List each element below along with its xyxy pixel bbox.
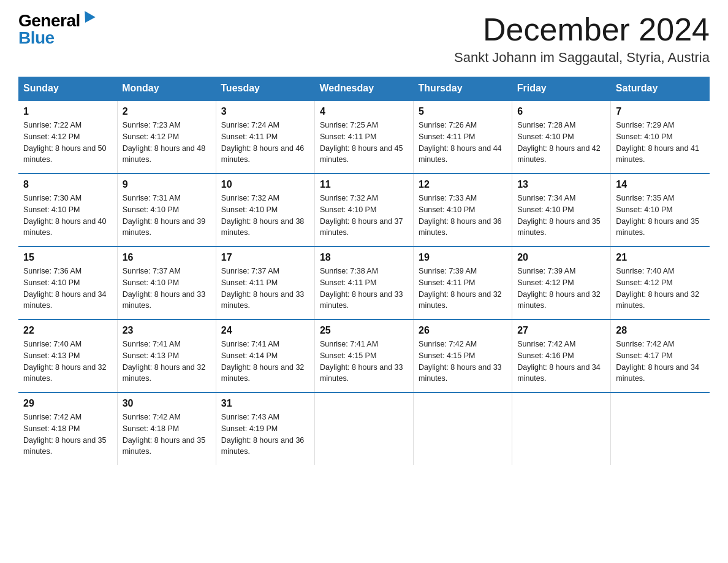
calendar-week-row: 15Sunrise: 7:36 AMSunset: 4:10 PMDayligh… [18, 247, 710, 320]
weekday-header-wednesday: Wednesday [314, 77, 413, 101]
day-number: 21 [616, 252, 705, 263]
day-number: 12 [419, 179, 507, 190]
title-area: December 2024 Sankt Johann im Saggautal,… [454, 12, 710, 66]
day-info: Sunrise: 7:28 AMSunset: 4:10 PMDaylight:… [517, 120, 605, 166]
calendar-day-cell: 28Sunrise: 7:42 AMSunset: 4:17 PMDayligh… [611, 320, 710, 393]
page-header: General Blue December 2024 Sankt Johann … [18, 12, 710, 66]
calendar-day-cell: 15Sunrise: 7:36 AMSunset: 4:10 PMDayligh… [18, 247, 117, 320]
calendar-day-cell: 14Sunrise: 7:35 AMSunset: 4:10 PMDayligh… [611, 174, 710, 247]
day-info: Sunrise: 7:32 AMSunset: 4:10 PMDaylight:… [221, 193, 309, 239]
calendar-day-cell: 10Sunrise: 7:32 AMSunset: 4:10 PMDayligh… [216, 174, 314, 247]
day-number: 5 [419, 106, 507, 117]
weekday-header-thursday: Thursday [414, 77, 512, 101]
calendar-day-cell: 25Sunrise: 7:41 AMSunset: 4:15 PMDayligh… [314, 320, 413, 393]
empty-cell [414, 393, 512, 465]
calendar-day-cell: 17Sunrise: 7:37 AMSunset: 4:11 PMDayligh… [216, 247, 314, 320]
day-info: Sunrise: 7:24 AMSunset: 4:11 PMDaylight:… [221, 120, 309, 166]
day-info: Sunrise: 7:37 AMSunset: 4:11 PMDaylight:… [221, 266, 309, 312]
day-number: 1 [23, 106, 112, 117]
calendar-day-cell: 22Sunrise: 7:40 AMSunset: 4:13 PMDayligh… [18, 320, 117, 393]
logo-triangle-icon [80, 11, 95, 26]
calendar-day-cell: 20Sunrise: 7:39 AMSunset: 4:12 PMDayligh… [512, 247, 611, 320]
day-info: Sunrise: 7:43 AMSunset: 4:19 PMDaylight:… [221, 412, 309, 458]
day-info: Sunrise: 7:42 AMSunset: 4:18 PMDaylight:… [23, 412, 112, 458]
day-number: 31 [221, 398, 309, 409]
calendar-day-cell: 21Sunrise: 7:40 AMSunset: 4:12 PMDayligh… [611, 247, 710, 320]
logo: General Blue [18, 12, 94, 47]
day-info: Sunrise: 7:25 AMSunset: 4:11 PMDaylight:… [320, 120, 408, 166]
day-info: Sunrise: 7:22 AMSunset: 4:12 PMDaylight:… [23, 120, 112, 166]
day-info: Sunrise: 7:42 AMSunset: 4:17 PMDaylight:… [616, 339, 705, 385]
day-number: 20 [517, 252, 605, 263]
day-number: 9 [123, 179, 211, 190]
day-info: Sunrise: 7:23 AMSunset: 4:12 PMDaylight:… [123, 120, 211, 166]
day-number: 25 [320, 325, 408, 336]
day-number: 30 [123, 398, 211, 409]
day-number: 17 [221, 252, 309, 263]
day-info: Sunrise: 7:34 AMSunset: 4:10 PMDaylight:… [517, 193, 605, 239]
location-subtitle: Sankt Johann im Saggautal, Styria, Austr… [454, 50, 710, 66]
day-number: 26 [419, 325, 507, 336]
day-info: Sunrise: 7:37 AMSunset: 4:10 PMDaylight:… [123, 266, 211, 312]
calendar-day-cell: 19Sunrise: 7:39 AMSunset: 4:11 PMDayligh… [414, 247, 512, 320]
day-info: Sunrise: 7:36 AMSunset: 4:10 PMDaylight:… [23, 266, 112, 312]
calendar-day-cell: 31Sunrise: 7:43 AMSunset: 4:19 PMDayligh… [216, 393, 314, 465]
day-number: 24 [221, 325, 309, 336]
month-title: December 2024 [454, 12, 710, 47]
day-number: 22 [23, 325, 112, 336]
calendar-week-row: 8Sunrise: 7:30 AMSunset: 4:10 PMDaylight… [18, 174, 710, 247]
day-number: 18 [320, 252, 408, 263]
day-number: 2 [123, 106, 211, 117]
day-number: 4 [320, 106, 408, 117]
calendar-day-cell: 9Sunrise: 7:31 AMSunset: 4:10 PMDaylight… [117, 174, 216, 247]
calendar-day-cell: 8Sunrise: 7:30 AMSunset: 4:10 PMDaylight… [18, 174, 117, 247]
weekday-header-friday: Friday [512, 77, 611, 101]
weekday-header-saturday: Saturday [611, 77, 710, 101]
day-number: 15 [23, 252, 112, 263]
calendar-day-cell: 5Sunrise: 7:26 AMSunset: 4:11 PMDaylight… [414, 101, 512, 174]
calendar-day-cell: 16Sunrise: 7:37 AMSunset: 4:10 PMDayligh… [117, 247, 216, 320]
calendar-day-cell: 13Sunrise: 7:34 AMSunset: 4:10 PMDayligh… [512, 174, 611, 247]
day-info: Sunrise: 7:33 AMSunset: 4:10 PMDaylight:… [419, 193, 507, 239]
day-number: 19 [419, 252, 507, 263]
calendar-day-cell: 1Sunrise: 7:22 AMSunset: 4:12 PMDaylight… [18, 101, 117, 174]
calendar-day-cell: 29Sunrise: 7:42 AMSunset: 4:18 PMDayligh… [18, 393, 117, 465]
day-info: Sunrise: 7:39 AMSunset: 4:11 PMDaylight:… [419, 266, 507, 312]
day-info: Sunrise: 7:42 AMSunset: 4:16 PMDaylight:… [517, 339, 605, 385]
calendar-day-cell: 7Sunrise: 7:29 AMSunset: 4:10 PMDaylight… [611, 101, 710, 174]
day-number: 7 [616, 106, 705, 117]
weekday-header-tuesday: Tuesday [216, 77, 314, 101]
day-info: Sunrise: 7:42 AMSunset: 4:15 PMDaylight:… [419, 339, 507, 385]
day-number: 28 [616, 325, 705, 336]
calendar-week-row: 29Sunrise: 7:42 AMSunset: 4:18 PMDayligh… [18, 393, 710, 465]
day-number: 29 [23, 398, 112, 409]
calendar-day-cell: 23Sunrise: 7:41 AMSunset: 4:13 PMDayligh… [117, 320, 216, 393]
calendar-day-cell: 24Sunrise: 7:41 AMSunset: 4:14 PMDayligh… [216, 320, 314, 393]
day-info: Sunrise: 7:32 AMSunset: 4:10 PMDaylight:… [320, 193, 408, 239]
day-info: Sunrise: 7:41 AMSunset: 4:15 PMDaylight:… [320, 339, 408, 385]
day-number: 23 [123, 325, 211, 336]
calendar-day-cell: 27Sunrise: 7:42 AMSunset: 4:16 PMDayligh… [512, 320, 611, 393]
day-info: Sunrise: 7:38 AMSunset: 4:11 PMDaylight:… [320, 266, 408, 312]
day-info: Sunrise: 7:30 AMSunset: 4:10 PMDaylight:… [23, 193, 112, 239]
calendar-day-cell: 2Sunrise: 7:23 AMSunset: 4:12 PMDaylight… [117, 101, 216, 174]
day-info: Sunrise: 7:41 AMSunset: 4:14 PMDaylight:… [221, 339, 309, 385]
day-info: Sunrise: 7:39 AMSunset: 4:12 PMDaylight:… [517, 266, 605, 312]
day-number: 10 [221, 179, 309, 190]
empty-cell [512, 393, 611, 465]
empty-cell [314, 393, 413, 465]
calendar-day-cell: 26Sunrise: 7:42 AMSunset: 4:15 PMDayligh… [414, 320, 512, 393]
calendar-day-cell: 3Sunrise: 7:24 AMSunset: 4:11 PMDaylight… [216, 101, 314, 174]
calendar-table: SundayMondayTuesdayWednesdayThursdayFrid… [18, 77, 710, 465]
logo-blue-text: Blue [18, 29, 55, 47]
day-info: Sunrise: 7:35 AMSunset: 4:10 PMDaylight:… [616, 193, 705, 239]
day-number: 8 [23, 179, 112, 190]
calendar-day-cell: 18Sunrise: 7:38 AMSunset: 4:11 PMDayligh… [314, 247, 413, 320]
calendar-week-row: 22Sunrise: 7:40 AMSunset: 4:13 PMDayligh… [18, 320, 710, 393]
calendar-day-cell: 12Sunrise: 7:33 AMSunset: 4:10 PMDayligh… [414, 174, 512, 247]
day-number: 11 [320, 179, 408, 190]
day-info: Sunrise: 7:40 AMSunset: 4:13 PMDaylight:… [23, 339, 112, 385]
empty-cell [611, 393, 710, 465]
weekday-header-monday: Monday [117, 77, 216, 101]
day-number: 6 [517, 106, 605, 117]
